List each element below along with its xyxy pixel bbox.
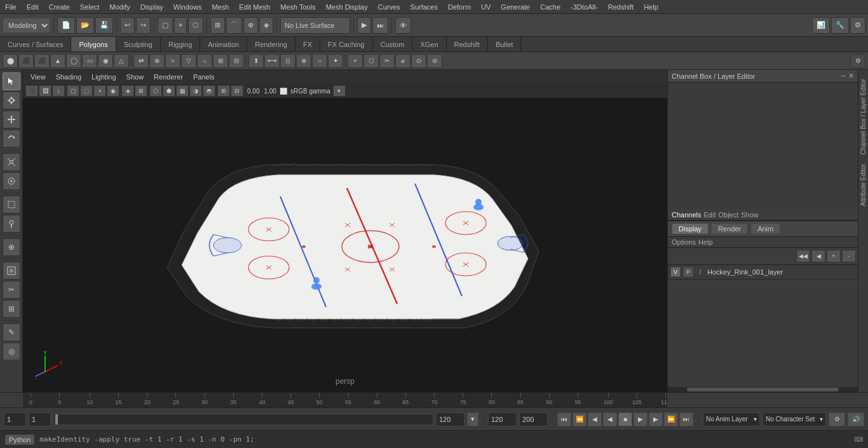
menu-curves[interactable]: Curves [373,2,405,12]
layer-vis-btn[interactable]: V [670,267,681,277]
paint-select-left[interactable] [3,215,20,233]
bridge-btn[interactable]: ⟷ [264,54,280,68]
tab-redshift[interactable]: Redshift [447,37,488,51]
next-key-btn[interactable]: ▶ [649,412,663,426]
menu-create[interactable]: Create [44,2,75,12]
menu-edit-mesh[interactable]: Edit Mesh [234,2,275,12]
layer-tool-add-layer[interactable]: + [827,250,841,262]
menu-deform[interactable]: Deform [443,2,476,12]
show-hide-btn[interactable]: 👁 [395,17,411,34]
cb-nav-show[interactable]: Show [741,211,759,219]
cb-close-icon[interactable]: ✕ [848,72,854,80]
vp-display-layer-btn[interactable]: ⊞ [135,85,147,97]
menu-cache[interactable]: Cache [535,2,566,12]
range-end-input[interactable] [519,412,548,426]
range-start-input[interactable] [488,412,517,426]
redo-btn[interactable]: ↪ [136,17,151,34]
menu-mesh-tools[interactable]: Mesh Tools [275,2,320,12]
side-tab-channel-box[interactable]: Channel Box / Layer Editor [859,76,867,158]
snap-surface-btn[interactable]: ◈ [259,17,273,34]
vp-paint-btn[interactable]: ◉ [107,85,119,97]
menu-edit[interactable]: Edit [22,2,44,12]
vp-select-btn[interactable]: ▢ [67,85,79,97]
layers-tab-anim[interactable]: Anim [750,223,780,234]
layers-help-btn[interactable]: Help [698,238,713,246]
menu-windows[interactable]: Windows [168,2,207,12]
poke-btn[interactable]: ✦ [328,54,343,68]
prev-key-btn[interactable]: ◀ [588,412,602,426]
attr-editor-btn[interactable]: 🔧 [831,17,849,34]
jump-start-btn[interactable]: ⏮ [557,412,571,426]
timeline-options-btn[interactable]: ▾ [467,412,478,426]
snap-point-btn[interactable]: ⊕ [243,17,258,34]
layer-tool-remove[interactable]: - [842,250,856,262]
connect-btn[interactable]: ⌀ [395,54,410,68]
multi-cut-btn[interactable]: ✂ [379,54,395,68]
sphere-btn[interactable]: ⬤ [3,54,18,68]
vp-isolate-btn[interactable]: ◈ [121,85,134,97]
mode-select[interactable]: Modeling [3,18,50,33]
smooth-btn[interactable]: ≈ [165,54,180,68]
play-forward-btn[interactable]: ▶ [634,412,648,426]
side-tab-attr-editor[interactable]: Attribute Editor [859,161,867,208]
transform-tool-left[interactable] [3,92,20,109]
play-back-btn[interactable]: ◀ [603,412,617,426]
anim-layer-select[interactable]: No Anim Layer ▾ [703,412,760,426]
save-file-btn[interactable]: 💾 [95,17,113,34]
cb-nav-object[interactable]: Object [718,211,738,219]
combine-btn[interactable]: ⊞ [213,54,228,68]
extrude-btn[interactable]: ⬆ [248,54,264,68]
vp-colorspace-dropdown[interactable]: ▾ [333,85,346,97]
tab-curves-surfaces[interactable]: Curves / Surfaces [0,37,71,51]
bevel-btn[interactable]: ⌸ [280,54,295,68]
vp-hud-btn[interactable]: ⊟ [231,85,243,97]
menu-mesh-display[interactable]: Mesh Display [321,2,373,12]
tab-custom[interactable]: Custom [373,37,413,51]
jump-end-btn[interactable]: ⏭ [679,412,693,426]
python-label[interactable]: Python [5,435,34,445]
vp-marquee-btn[interactable]: ⬚ [80,85,93,97]
menu-uv[interactable]: UV [476,2,496,12]
cb-nav-edit[interactable]: Edit [703,211,715,219]
isolate-left[interactable] [3,262,20,280]
vp-menu-lighting[interactable]: Lighting [86,72,121,82]
tab-fx-caching[interactable]: FX Caching [320,37,372,51]
prism-btn[interactable]: △ [114,54,129,68]
stop-btn[interactable]: ■ [618,412,632,426]
no-live-surface-btn[interactable]: No Live Surface [280,17,350,34]
viewport[interactable]: View Shading Lighting Show Renderer Pane… [23,70,667,392]
next-frame-btn[interactable]: ⏩ [664,412,678,426]
anim-options-btn[interactable]: ⚙ [829,412,845,426]
layers-tab-display[interactable]: Display [672,223,709,234]
undo-btn[interactable]: ↩ [120,17,135,34]
target-weld-btn[interactable]: ⊙ [411,54,426,68]
lasso-tool-btn[interactable]: ⌖ [174,17,187,34]
disk-btn[interactable]: ◉ [98,54,113,68]
torus-btn[interactable]: ◯ [66,54,81,68]
menu-mesh[interactable]: Mesh [207,2,234,12]
vp-ao-btn[interactable]: ◑ [189,85,202,97]
render-seq-btn[interactable]: ⏭ [372,17,388,34]
multi-cut-left[interactable]: ✂ [3,281,20,299]
vp-camera-btn[interactable]: 🎥 [25,85,38,97]
move-tool-left[interactable] [3,111,20,128]
settings-icon[interactable]: ⚙ [850,54,865,68]
tab-animation[interactable]: Animation [200,37,247,51]
layers-tab-render[interactable]: Render [711,223,748,234]
menu-generate[interactable]: Generate [496,2,535,12]
menu-display[interactable]: Display [135,2,168,12]
snap-curve-btn[interactable]: ⌒ [226,17,242,34]
status-keyboard-icon[interactable]: ⌨ [854,436,863,443]
vp-wireframe-btn[interactable]: ⬡ [149,85,162,97]
create-poly-btn[interactable]: ⬡ [363,54,379,68]
vp-grid-btn[interactable]: ⊞ [217,85,230,97]
layers-options-btn[interactable]: Options [672,238,696,246]
vp-sync-btn[interactable]: ↕ [52,85,65,97]
vp-menu-view[interactable]: View [25,72,51,82]
vp-shadow-btn[interactable]: ◓ [203,85,215,97]
vp-menu-renderer[interactable]: Renderer [149,72,188,82]
triangulate-btn[interactable]: ▽ [181,54,196,68]
boolean-btn[interactable]: ⊕ [149,54,165,68]
new-file-btn[interactable]: 📄 [57,17,75,34]
vp-lasso-btn[interactable]: ⌖ [93,85,106,97]
